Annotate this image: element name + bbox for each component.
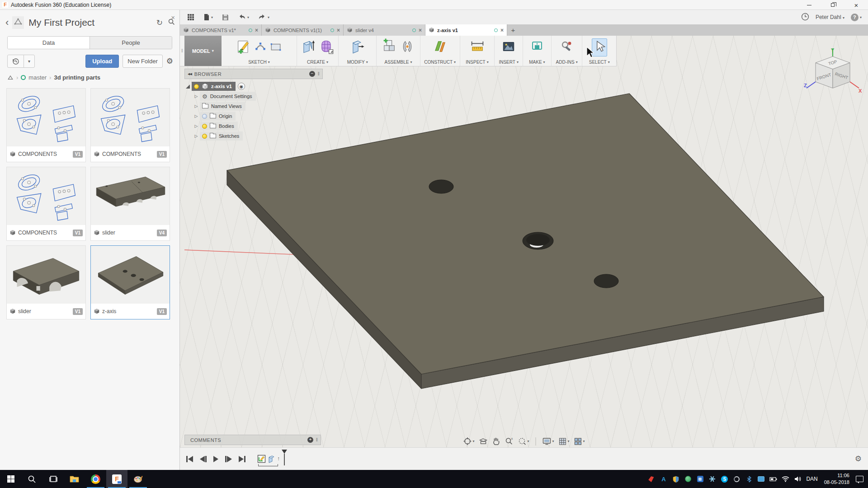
tree-item-sketches[interactable]: ▷ Sketches: [184, 131, 323, 141]
breadcrumb-home-icon[interactable]: [7, 75, 14, 80]
create-form-icon[interactable]: [319, 38, 334, 56]
go-to-end-button[interactable]: [239, 456, 245, 462]
taskbar-search-button[interactable]: [21, 470, 42, 488]
comments-header[interactable]: COMMENTS + ‖: [184, 435, 321, 445]
version-badge[interactable]: V1: [157, 151, 167, 158]
step-back-button[interactable]: [200, 456, 207, 462]
construct-menu[interactable]: CONSTRUCT▾: [420, 58, 460, 66]
activate-component-radio[interactable]: ◉: [238, 83, 245, 90]
minimize-panel-icon[interactable]: −: [309, 71, 315, 77]
visibility-bulb-off-icon[interactable]: [202, 114, 207, 119]
version-badge[interactable]: V4: [157, 230, 167, 236]
taskbar-clock[interactable]: 11:06 08-05-2018: [824, 472, 849, 486]
tree-item-bodies[interactable]: ▷ Bodies: [184, 122, 323, 131]
sketch-menu[interactable]: SKETCH▾: [222, 58, 297, 66]
close-tab-icon[interactable]: ×: [500, 27, 504, 33]
display-settings-button[interactable]: ▾: [542, 437, 554, 445]
visibility-bulb-icon[interactable]: [202, 134, 207, 139]
doc-tab-slider-v4[interactable]: slider v4 ×: [344, 24, 425, 36]
orbit-button[interactable]: ▾: [463, 437, 474, 446]
data-card-slider-v4[interactable]: slider V4: [90, 167, 170, 241]
timeline-extrude-feature[interactable]: [268, 455, 275, 465]
volume-icon[interactable]: [794, 475, 802, 483]
chrome-button[interactable]: [85, 470, 106, 488]
data-card-components-3[interactable]: COMPONENTS V1: [6, 167, 86, 241]
battery-icon[interactable]: [769, 475, 777, 483]
doc-tab-components-v1[interactable]: COMPONENTS v1* ×: [180, 24, 262, 36]
timeline-settings-gear-icon[interactable]: ⚙: [855, 454, 862, 464]
upload-button[interactable]: Upload: [85, 55, 119, 68]
start-button[interactable]: [0, 470, 21, 488]
extrude-icon[interactable]: [301, 38, 316, 56]
arc-tool-icon[interactable]: [254, 40, 267, 55]
version-badge[interactable]: V1: [157, 308, 167, 315]
tree-item-document-settings[interactable]: ▷ ⚙ Document Settings: [184, 92, 323, 101]
undo-button[interactable]: ▾: [238, 14, 249, 20]
pinned-item-icon[interactable]: [647, 475, 655, 483]
visibility-bulb-icon[interactable]: [194, 84, 199, 89]
close-button[interactable]: ×: [844, 0, 868, 10]
step-forward-button[interactable]: [225, 456, 232, 462]
insert-menu[interactable]: INSERT▾: [495, 58, 523, 66]
expand-arrow-icon[interactable]: ▷: [193, 94, 200, 99]
create-sketch-icon[interactable]: [236, 38, 251, 56]
collapse-panel-icon[interactable]: ◀◀: [188, 72, 192, 76]
new-folder-button[interactable]: New Folder: [123, 55, 162, 68]
tab-data[interactable]: Data: [8, 37, 90, 49]
data-card-z-axis[interactable]: z-axis V1: [90, 245, 170, 319]
close-tab-icon[interactable]: ×: [419, 27, 422, 33]
wifi-icon[interactable]: [782, 475, 789, 483]
expand-arrow-icon[interactable]: ▷: [193, 104, 200, 108]
grid-settings-button[interactable]: ▾: [559, 437, 570, 446]
task-view-button[interactable]: [42, 470, 64, 488]
history-dropdown-icon[interactable]: ▾: [24, 55, 34, 67]
display-tray-icon[interactable]: [757, 475, 765, 483]
measure-icon[interactable]: [470, 38, 485, 56]
doc-tab-z-axis-v1[interactable]: z-axis v1 ×: [425, 24, 507, 36]
view-cube[interactable]: Y Z X TOP FRONT RIGHT: [803, 46, 863, 107]
tree-root-z-axis[interactable]: z-axis v1 ◉: [184, 82, 323, 91]
save-button[interactable]: [222, 14, 229, 21]
user-menu[interactable]: Peter Dahl ▾: [816, 14, 844, 20]
insert-canvas-icon[interactable]: [501, 39, 516, 56]
add-ins-icon[interactable]: [560, 39, 574, 56]
zoom-button[interactable]: ±: [505, 437, 513, 446]
language-indicator[interactable]: DAN: [806, 476, 817, 482]
restore-button[interactable]: [821, 0, 844, 10]
back-icon[interactable]: ‹: [5, 19, 9, 27]
refresh-icon[interactable]: ↻: [156, 18, 163, 28]
redo-button[interactable]: ▾: [258, 14, 269, 20]
rectangle-tool-icon[interactable]: [269, 40, 282, 55]
workspace-selector[interactable]: MODEL ▾: [184, 36, 222, 66]
doc-tab-components-v1-1[interactable]: COMPONENTS v1(1) ×: [262, 24, 344, 36]
make-3d-print-icon[interactable]: [530, 39, 544, 56]
paint-button[interactable]: [127, 470, 149, 488]
fit-zoom-window-button[interactable]: ▾: [518, 437, 529, 446]
new-component-icon[interactable]: [382, 38, 397, 56]
file-explorer-button[interactable]: [64, 470, 85, 488]
tree-item-origin[interactable]: ▷ Origin: [184, 112, 323, 121]
tree-item-named-views[interactable]: ▷ Named Views: [184, 102, 323, 111]
expand-arrow-icon[interactable]: ▷: [193, 124, 200, 128]
bluetooth-tray-icon[interactable]: [745, 475, 753, 483]
panel-settings-gear-icon[interactable]: ⚙: [166, 56, 173, 66]
make-menu[interactable]: MAKE▾: [523, 58, 551, 66]
breadcrumb-root[interactable]: master: [28, 74, 47, 81]
new-document-tab-button[interactable]: +: [507, 24, 519, 36]
modify-menu[interactable]: MODIFY▾: [339, 58, 376, 66]
look-at-button[interactable]: [479, 437, 487, 445]
autodesk-tray-icon[interactable]: A: [660, 475, 667, 483]
create-menu[interactable]: CREATE▾: [297, 58, 338, 66]
expand-arrow-icon[interactable]: [186, 84, 190, 89]
version-badge[interactable]: V1: [73, 151, 83, 158]
sync-swirl-tray-icon[interactable]: [733, 475, 741, 483]
minimize-button[interactable]: [797, 0, 821, 10]
blue-app-tray-icon[interactable]: [696, 475, 704, 483]
data-panel-close-icon[interactable]: ×: [171, 14, 175, 21]
timeline-sketch-feature[interactable]: [257, 455, 266, 465]
add-ins-menu[interactable]: ADD-INS▾: [552, 58, 582, 66]
construct-plane-icon[interactable]: [432, 38, 448, 56]
snowflake-tray-icon[interactable]: [708, 475, 716, 483]
skype-tray-icon[interactable]: S: [721, 475, 728, 483]
action-center-icon[interactable]: [856, 476, 863, 482]
